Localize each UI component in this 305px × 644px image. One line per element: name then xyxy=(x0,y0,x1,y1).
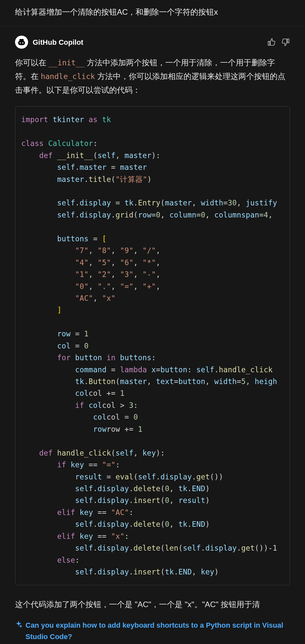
text: 这个代码添加了两个按钮，一个是 "AC"，一个是 "x"。"AC" 按钮用于清 xyxy=(15,600,260,609)
response-author: GitHub Copilot xyxy=(15,36,83,49)
response-header: GitHub Copilot xyxy=(15,36,290,49)
svg-point-1 xyxy=(20,42,21,44)
inline-code: __init__ xyxy=(49,58,85,67)
sparkles-icon xyxy=(15,621,22,631)
svg-point-2 xyxy=(22,42,24,44)
feedback-buttons xyxy=(267,38,290,46)
text: 你可以在 xyxy=(15,58,49,67)
thumbs-up-icon[interactable] xyxy=(267,38,276,46)
suggestion-row[interactable]: Can you explain how to add keyboard shor… xyxy=(0,618,305,644)
svg-rect-0 xyxy=(18,41,25,45)
author-name: GitHub Copilot xyxy=(33,37,83,48)
inline-code: handle_click xyxy=(41,72,95,81)
copilot-response: GitHub Copilot 你可以在 __init__ 方法中添加两个按钮，一… xyxy=(0,26,305,596)
code-block[interactable]: import tkinter as tk class Calculator: d… xyxy=(15,106,290,585)
copilot-avatar-icon xyxy=(15,36,28,49)
suggestion-link[interactable]: Can you explain how to add keyboard shor… xyxy=(25,620,290,642)
thumbs-down-icon[interactable] xyxy=(281,38,290,46)
follow-up-text: 这个代码添加了两个按钮，一个是 "AC"，一个是 "x"。"AC" 按钮用于清 xyxy=(0,596,305,618)
user-prompt-text: 给计算器增加一个清除的按钮AC，和删除一个字符的按钮x xyxy=(15,8,218,16)
response-text: 你可以在 __init__ 方法中添加两个按钮，一个用于清除，一个用于删除字符。… xyxy=(15,56,290,97)
user-prompt: 给计算器增加一个清除的按钮AC，和删除一个字符的按钮x xyxy=(0,0,305,26)
